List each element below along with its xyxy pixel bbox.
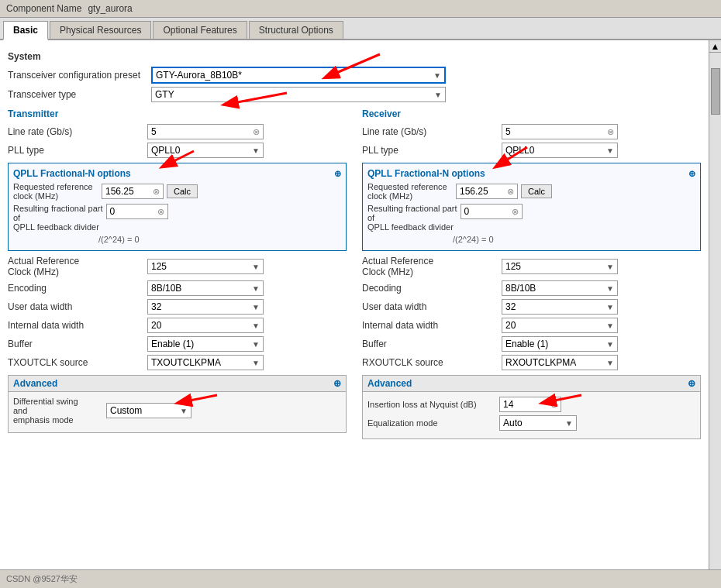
transceiver-preset-arrow: ▼ <box>430 71 441 80</box>
rx-ref-clock-clear[interactable]: ⊗ <box>507 187 514 197</box>
tx-outclk-select[interactable]: TXOUTCLKPMA ▼ <box>147 355 264 370</box>
rx-frac-part-row: Resulting fractional partofQPLL feedback… <box>367 204 695 232</box>
rx-pll-type-row: PLL type QPLL0 ▼ <box>362 143 701 158</box>
scrollbar-thumb[interactable] <box>711 68 720 115</box>
rx-line-rate-value: 5 <box>505 126 607 137</box>
component-name-value: gty_aurora <box>88 3 132 14</box>
scrollbar[interactable]: ▲ <box>709 40 721 569</box>
two-col-section: Transmitter Line rate (Gb/s) 5 ⊗ PLL typ… <box>8 108 701 439</box>
bottom-bar: CSDN @9527华安 <box>0 569 721 588</box>
rx-insertion-loss-value: 14 <box>503 399 550 410</box>
tab-physical-resources[interactable]: Physical Resources <box>50 21 151 39</box>
rx-outclk-label: RXOUTCLK source <box>362 357 502 368</box>
rx-qpll-section: QPLL Fractional-N options ⊕ Requested re… <box>362 163 701 251</box>
main-panel: System Transceiver configuration preset … <box>0 40 709 569</box>
rx-eq-mode-select[interactable]: Auto ▼ <box>499 415 577 431</box>
rx-decoding-arrow: ▼ <box>603 284 614 293</box>
rx-internal-data-select[interactable]: 20 ▼ <box>502 318 618 333</box>
system-section-title: System <box>8 51 701 62</box>
tx-frac-part-input[interactable]: 0 ⊗ <box>106 204 168 219</box>
tab-basic[interactable]: Basic <box>3 21 48 40</box>
rx-insertion-loss-input[interactable]: 14 ⊗ <box>499 397 561 412</box>
rx-buffer-arrow: ▼ <box>603 340 614 349</box>
rx-frac-part-value: 0 <box>464 206 512 217</box>
tab-structural-options[interactable]: Structural Options <box>249 21 343 39</box>
rx-actual-ref-select[interactable]: 125 ▼ <box>502 259 618 274</box>
tx-diff-swing-select[interactable]: Custom ▼ <box>106 403 191 418</box>
rx-line-rate-clear[interactable]: ⊗ <box>607 127 614 137</box>
title-bar: Component Name gty_aurora <box>0 0 721 18</box>
rx-user-data-row: User data width 32 ▼ <box>362 299 701 315</box>
rx-user-data-value: 32 <box>505 301 603 312</box>
transceiver-type-arrow: ▼ <box>431 91 442 99</box>
tx-buffer-select[interactable]: Enable (1) ▼ <box>147 336 264 352</box>
tx-internal-data-select[interactable]: 20 ▼ <box>147 318 264 333</box>
tx-ref-clock-clear[interactable]: ⊗ <box>153 187 160 197</box>
tx-internal-data-arrow: ▼ <box>249 322 260 330</box>
transceiver-preset-select[interactable]: GTY-Aurora_8B10B* ▼ <box>151 67 446 84</box>
tx-internal-data-value: 20 <box>151 320 249 331</box>
tx-pll-arrow: ▼ <box>249 146 260 155</box>
tx-buffer-arrow: ▼ <box>249 340 260 349</box>
tx-outclk-value: TXOUTCLKPMA <box>151 357 249 368</box>
transceiver-preset-value: GTY-Aurora_8B10B* <box>156 70 430 81</box>
rx-pll-type-select[interactable]: QPLL0 ▼ <box>502 143 618 158</box>
tx-line-rate-input[interactable]: 5 ⊗ <box>147 124 264 139</box>
tx-pll-type-select[interactable]: QPLL0 ▼ <box>147 143 264 158</box>
tx-user-data-select[interactable]: 32 ▼ <box>147 299 264 315</box>
rx-line-rate-input[interactable]: 5 ⊗ <box>502 124 618 139</box>
rx-actual-ref-row: Actual ReferenceClock (MHz) 125 ▼ <box>362 256 701 277</box>
rx-line-rate-row: Line rate (Gb/s) 5 ⊗ <box>362 124 701 139</box>
tabs-bar: Basic Physical Resources Optional Featur… <box>0 18 721 40</box>
tx-ref-clock-input[interactable]: 156.25 ⊗ <box>102 184 164 199</box>
tx-line-rate-clear[interactable]: ⊗ <box>253 127 260 137</box>
tx-diff-swing-value: Custom <box>110 405 177 416</box>
tab-optional-features[interactable]: Optional Features <box>153 21 247 39</box>
rx-insertion-loss-row: Insertion loss at Nyquist (dB) 14 ⊗ <box>367 397 695 412</box>
rx-eq-mode-value: Auto <box>503 418 562 428</box>
transmitter-title: Transmitter <box>8 108 347 119</box>
rx-actual-ref-arrow: ▼ <box>603 263 614 271</box>
rx-frac-part-clear[interactable]: ⊗ <box>512 207 519 217</box>
component-name-label: Component Name <box>6 3 81 14</box>
tx-diff-swing-arrow: ▼ <box>177 407 188 415</box>
tx-advanced-icon: ⊕ <box>333 378 341 389</box>
tx-actual-ref-select[interactable]: 125 ▼ <box>147 259 264 274</box>
tx-advanced-section: Advanced ⊕ Differential swingandemphasis… <box>8 375 347 433</box>
tx-frac-part-clear[interactable]: ⊗ <box>157 207 164 217</box>
tx-line-rate-label: Line rate (Gb/s) <box>8 126 147 137</box>
rx-actual-ref-value: 125 <box>505 261 603 272</box>
rx-buffer-row: Buffer Enable (1) ▼ <box>362 336 701 352</box>
tx-diff-swing-row: Differential swingandemphasis mode Custo… <box>13 397 341 425</box>
rx-insertion-loss-label: Insertion loss at Nyquist (dB) <box>367 400 499 409</box>
rx-buffer-select[interactable]: Enable (1) ▼ <box>502 336 618 352</box>
rx-frac-part-input[interactable]: 0 ⊗ <box>461 204 523 219</box>
tx-encoding-label: Encoding <box>8 283 147 294</box>
tx-internal-data-label: Internal data width <box>8 320 147 331</box>
rx-ref-clock-value: 156.25 <box>460 186 507 197</box>
rx-frac-formula: /(2^24) = 0 <box>453 235 695 244</box>
scroll-up-button[interactable]: ▲ <box>709 40 722 53</box>
rx-outclk-row: RXOUTCLK source RXOUTCLKPMA ▼ <box>362 355 701 370</box>
rx-actual-ref-label: Actual ReferenceClock (MHz) <box>362 256 502 277</box>
rx-pll-arrow: ▼ <box>603 146 614 155</box>
tx-line-rate-row: Line rate (Gb/s) 5 ⊗ <box>8 124 347 139</box>
tx-pll-type-row: PLL type QPLL0 ▼ <box>8 143 347 158</box>
rx-user-data-select[interactable]: 32 ▼ <box>502 299 618 315</box>
tx-qpll-section: QPLL Fractional-N options ⊕ Requested re… <box>8 163 347 251</box>
tx-encoding-row: Encoding 8B/10B ▼ <box>8 280 347 296</box>
tx-encoding-select[interactable]: 8B/10B ▼ <box>147 280 264 296</box>
transceiver-type-select[interactable]: GTY ▼ <box>151 87 446 102</box>
tx-calc-button[interactable]: Calc <box>167 184 198 198</box>
rx-outclk-select[interactable]: RXOUTCLKPMA ▼ <box>502 355 618 370</box>
rx-advanced-title: Advanced ⊕ <box>363 376 700 392</box>
tx-advanced-body: Differential swingandemphasis mode Custo… <box>9 392 346 432</box>
tx-user-data-value: 32 <box>151 301 249 312</box>
rx-decoding-value: 8B/10B <box>505 283 603 294</box>
rx-calc-button[interactable]: Calc <box>521 184 552 198</box>
rx-insertion-loss-clear[interactable]: ⊗ <box>550 400 557 410</box>
rx-ref-clock-input[interactable]: 156.25 ⊗ <box>456 184 518 199</box>
tx-outclk-label: TXOUTCLK source <box>8 357 147 368</box>
rx-decoding-select[interactable]: 8B/10B ▼ <box>502 280 618 296</box>
system-section: System Transceiver configuration preset … <box>8 51 701 102</box>
